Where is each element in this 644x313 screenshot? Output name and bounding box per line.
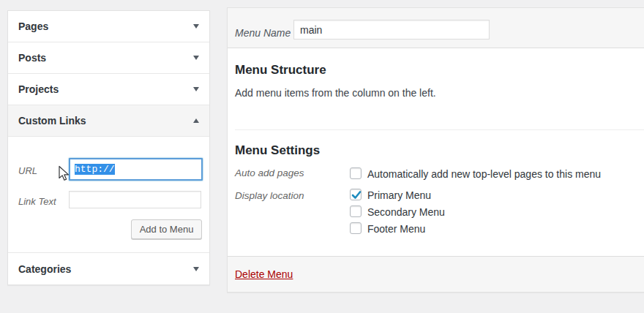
add-to-menu-button[interactable]: Add to Menu <box>131 219 202 239</box>
menu-name-input[interactable] <box>293 20 490 39</box>
link-text-label: Link Text <box>18 196 56 207</box>
sidebar-item-posts[interactable]: Posts <box>8 42 209 74</box>
auto-add-pages-checkbox[interactable] <box>350 167 362 179</box>
link-text-input[interactable] <box>69 191 201 208</box>
menu-name-header: Menu Name <box>228 8 644 48</box>
chevron-down-icon <box>193 87 199 91</box>
sidebar-item-custom-links[interactable]: Custom Links <box>8 105 209 137</box>
secondary-menu-checkbox[interactable] <box>350 205 362 217</box>
footer-menu-checkbox[interactable] <box>350 222 362 234</box>
primary-menu-checkbox-label[interactable]: Primary Menu <box>367 189 431 202</box>
auto-add-pages-checkbox-label[interactable]: Automatically add new top-level pages to… <box>367 168 601 181</box>
menu-structure-description: Add menu items from the column on the le… <box>235 87 436 99</box>
settings-divider <box>235 129 644 130</box>
sidebar-item-pages[interactable]: Pages <box>8 11 209 42</box>
custom-links-form: URL http:// Link Text Add to Menu <box>8 137 209 253</box>
pages-section-label: Pages <box>18 20 48 32</box>
nav-menus-screen: Pages Posts Projects Custom Links URL ht… <box>0 0 644 313</box>
footer-menu-checkbox-label[interactable]: Footer Menu <box>367 223 425 235</box>
menu-structure-heading: Menu Structure <box>235 63 326 78</box>
categories-section-label: Categories <box>18 263 71 275</box>
secondary-menu-checkbox-label[interactable]: Secondary Menu <box>367 206 445 219</box>
chevron-down-icon <box>193 56 199 60</box>
menu-name-label: Menu Name <box>235 27 291 39</box>
chevron-up-icon <box>193 118 199 123</box>
sidebar-item-categories[interactable]: Categories <box>8 253 209 284</box>
primary-menu-checkbox[interactable] <box>350 189 362 200</box>
delete-menu-link[interactable]: Delete Menu <box>235 268 293 280</box>
posts-section-label: Posts <box>18 52 46 64</box>
menu-footer-bar: Delete Menu <box>228 256 644 292</box>
check-icon <box>351 189 362 201</box>
display-location-label: Display location <box>235 190 304 201</box>
sidebar-item-projects[interactable]: Projects <box>8 74 209 105</box>
custom-links-section-label: Custom Links <box>18 115 86 127</box>
chevron-down-icon <box>193 24 199 29</box>
url-input-selected-text: http:// <box>75 164 115 175</box>
projects-section-label: Projects <box>18 83 59 95</box>
menu-settings-heading: Menu Settings <box>235 143 320 158</box>
auto-add-pages-label: Auto add pages <box>235 167 304 178</box>
chevron-down-icon <box>193 267 199 271</box>
url-input[interactable]: http:// <box>69 158 203 181</box>
menu-items-sidebar: Pages Posts Projects Custom Links URL ht… <box>7 10 210 285</box>
menu-editor-panel: Menu Name Menu Structure Add menu items … <box>227 7 644 293</box>
url-label: URL <box>18 165 37 176</box>
